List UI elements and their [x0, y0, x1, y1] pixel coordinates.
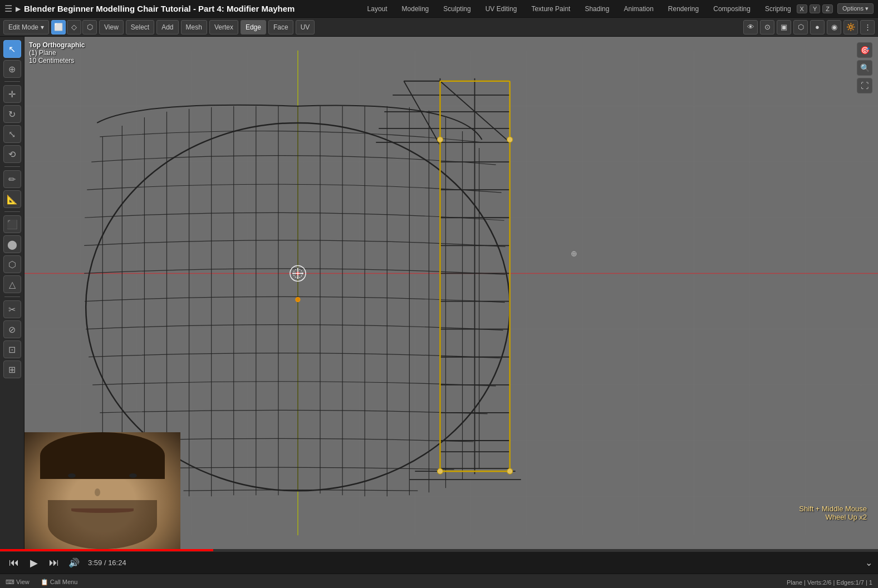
- tool-rotate[interactable]: ↻: [3, 105, 21, 123]
- face-button[interactable]: Face: [268, 20, 293, 34]
- call-menu-label: Call Menu: [50, 579, 78, 585]
- tool-loop-cut[interactable]: ⊡: [3, 340, 21, 358]
- nav-shading[interactable]: Shading: [582, 4, 611, 14]
- tool-transform[interactable]: ⟲: [3, 145, 21, 163]
- nav-compositing[interactable]: Compositing: [711, 4, 753, 14]
- nav-rendering[interactable]: Rendering: [666, 4, 701, 14]
- options-button[interactable]: Options ▾: [837, 3, 874, 14]
- hint-line2: Wheel Up x2: [799, 513, 867, 521]
- status-left: ⌨ View 📋 Call Menu: [6, 579, 77, 586]
- svg-point-74: [437, 468, 443, 474]
- gizmo-overlay: 🎯 🔍 ⛶: [857, 42, 872, 93]
- mode-arrow: ▾: [41, 23, 44, 31]
- face-mouth: [71, 508, 134, 513]
- material-btn[interactable]: ◉: [827, 20, 841, 34]
- mode-selector[interactable]: Edit Mode ▾: [3, 20, 49, 34]
- tool-annotate[interactable]: ✏: [3, 170, 21, 188]
- play-icon[interactable]: ▶: [16, 5, 21, 13]
- tool-scale[interactable]: ⤡: [3, 125, 21, 143]
- left-sidebar: ↖ ⊕ ✛ ↻ ⤡ ⟲ ✏ 📐 ⬛ ⬤ ⬡ △ ✂ ⊘ ⊡ ⊞: [0, 37, 24, 549]
- toolbar-right: 👁 ⊙ ▣ ⬡ ● ◉ 🔆 ⋮: [743, 20, 875, 34]
- status-bar: ⌨ View 📋 Call Menu Plane | Verts:2/6 | E…: [0, 574, 878, 588]
- tool-measure[interactable]: 📐: [3, 190, 21, 208]
- nav-modeling[interactable]: Modeling: [400, 4, 431, 14]
- timeline-fill: [0, 549, 213, 551]
- tool-knife[interactable]: ✂: [3, 300, 21, 318]
- timeline-bar[interactable]: [0, 549, 878, 551]
- status-view: ⌨ View: [6, 579, 30, 586]
- call-menu-icon: 📋: [41, 579, 48, 585]
- select-button[interactable]: Select: [126, 20, 154, 34]
- nav-animation[interactable]: Animation: [621, 4, 655, 14]
- select-icons: ⬜ ◇ ⬡: [51, 20, 97, 34]
- svg-point-75: [507, 468, 513, 474]
- tool-bisect[interactable]: ⊘: [3, 320, 21, 338]
- solid-btn[interactable]: ●: [810, 20, 825, 34]
- coord-x-btn[interactable]: X: [797, 4, 807, 13]
- main-area: ↖ ⊕ ✛ ↻ ⤡ ⟲ ✏ 📐 ⬛ ⬤ ⬡ △ ✂ ⊘ ⊡ ⊞: [0, 37, 878, 549]
- add-button[interactable]: Add: [156, 20, 178, 34]
- webcam-overlay: [24, 432, 180, 549]
- skip-back-btn[interactable]: ⏮: [6, 555, 22, 571]
- tool-select[interactable]: ↖: [3, 40, 21, 58]
- tool-cursor[interactable]: ⊕: [3, 60, 21, 78]
- sidebar-sep-2: [4, 166, 20, 167]
- select-box-btn[interactable]: ⬜: [51, 20, 66, 34]
- skip-forward-btn[interactable]: ⏭: [46, 555, 62, 571]
- settings-btn[interactable]: ⌄: [865, 557, 872, 568]
- tool-add-cube[interactable]: ⬛: [3, 215, 21, 233]
- menu-icon[interactable]: ☰: [4, 3, 12, 14]
- title-bar: ☰ ▶ Blender Beginner Modelling Chair Tut…: [0, 0, 878, 18]
- coord-y-btn[interactable]: Y: [810, 4, 820, 13]
- eye-right: [129, 473, 137, 478]
- svg-point-81: [296, 298, 300, 302]
- nav-layout[interactable]: Layout: [365, 4, 390, 14]
- wireframe-btn[interactable]: ⬡: [793, 20, 808, 34]
- viewport[interactable]: Top Orthographic (1) Plane 10 Centimeter…: [24, 37, 878, 549]
- gizmo-btn[interactable]: 🎯: [857, 42, 872, 58]
- tool-cylinder[interactable]: ⬡: [3, 255, 21, 273]
- zoom-in-btn[interactable]: 🔍: [857, 60, 872, 76]
- sidebar-sep-3: [4, 211, 20, 212]
- overlay-btn[interactable]: ⊙: [760, 20, 774, 34]
- xray-btn[interactable]: ▣: [777, 20, 791, 34]
- fullscreen-btn[interactable]: ⛶: [857, 78, 872, 93]
- tool-move[interactable]: ✛: [3, 85, 21, 103]
- nav-sculpting[interactable]: Sculpting: [441, 4, 473, 14]
- uv-button[interactable]: UV: [296, 20, 315, 34]
- player-controls: ⏮ ▶ ⏭ 🔊: [6, 555, 82, 571]
- face-beard: [48, 500, 157, 549]
- time-display: 3:59 / 16:24: [88, 559, 126, 567]
- view-button[interactable]: View: [99, 20, 124, 34]
- hint-line1: Shift + Middle Mouse: [799, 505, 867, 513]
- object-name: (1) Plane: [29, 49, 85, 57]
- coord-z-btn[interactable]: Z: [822, 4, 833, 13]
- tool-sphere[interactable]: ⬤: [3, 235, 21, 253]
- top-nav: Layout Modeling Sculpting UV Editing Tex…: [365, 4, 793, 14]
- edge-button[interactable]: Edge: [241, 20, 266, 34]
- nav-texture[interactable]: Texture Paint: [529, 4, 572, 14]
- vertex-button[interactable]: Vertex: [209, 20, 238, 34]
- viewport-shading-icon[interactable]: 👁: [743, 20, 758, 34]
- scale-label: 10 Centimeters: [29, 57, 85, 65]
- sidebar-sep-4: [4, 297, 20, 297]
- select-lasso-btn[interactable]: ⬡: [82, 20, 97, 34]
- render-btn[interactable]: 🔆: [843, 20, 858, 34]
- viewport-info: Top Orthographic (1) Plane 10 Centimeter…: [29, 41, 85, 65]
- webcam-face: [24, 432, 180, 549]
- more-btn[interactable]: ⋮: [860, 20, 875, 34]
- face-nose: [95, 488, 100, 496]
- status-call-menu: 📋 Call Menu: [41, 579, 78, 586]
- play-pause-btn[interactable]: ▶: [26, 555, 42, 571]
- tool-cone[interactable]: △: [3, 275, 21, 293]
- face-hair: [40, 432, 165, 479]
- volume-btn[interactable]: 🔊: [66, 555, 82, 571]
- nav-uv[interactable]: UV Editing: [483, 4, 519, 14]
- nav-scripting[interactable]: Scripting: [763, 4, 793, 14]
- select-circle-btn[interactable]: ◇: [67, 20, 81, 34]
- mesh-button[interactable]: Mesh: [181, 20, 207, 34]
- coord-toggle: X Y Z: [797, 4, 833, 13]
- status-right: Plane | Verts:2/6 | Edges:1/7 | 1: [787, 579, 872, 586]
- app-title: Blender Beginner Modelling Chair Tutoria…: [24, 4, 362, 13]
- tool-extrude[interactable]: ⊞: [3, 360, 21, 378]
